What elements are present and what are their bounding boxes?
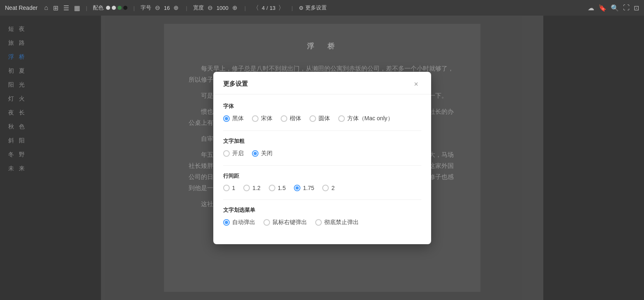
- total-pages: 13: [270, 5, 275, 11]
- page-next[interactable]: 〉: [277, 4, 286, 12]
- dot-3[interactable]: [118, 6, 122, 10]
- width-decrease[interactable]: ⊖: [206, 4, 214, 11]
- color-label: 配色: [93, 4, 104, 11]
- search-icon[interactable]: 🔍: [611, 4, 619, 12]
- font-size-value: 16: [164, 5, 170, 11]
- radio-item-bold-off[interactable]: 关闭: [252, 150, 272, 157]
- radio-circle-menu-never: [315, 219, 322, 226]
- width-group: 宽度 ⊖ 1000 ⊕: [193, 4, 239, 11]
- radio-label-fangti: 方体（Mac only）: [347, 115, 393, 122]
- radio-item-fangti[interactable]: 方体（Mac only）: [338, 115, 393, 122]
- dot-2[interactable]: [112, 6, 116, 10]
- radio-circle-bold-on: [223, 150, 230, 157]
- page-nav: 〈 4 / 13 〉: [252, 4, 286, 12]
- modal-header: 更多设置 ×: [213, 72, 431, 94]
- sep3: |: [186, 5, 187, 11]
- font-options-group: 黑体宋体楷体圆体方体（Mac only）: [223, 115, 421, 122]
- menu-icon[interactable]: ☰: [63, 4, 69, 12]
- current-page: 4: [262, 5, 265, 11]
- menu-options-group: 自动弹出鼠标右键弹出彻底禁止弹出: [223, 219, 421, 226]
- radio-circle-lh-15: [269, 185, 275, 191]
- modal-close-button[interactable]: ×: [411, 79, 421, 89]
- more-settings-label: 更多设置: [305, 4, 327, 11]
- font-size-label: 字号: [141, 4, 151, 11]
- width-label: 宽度: [193, 4, 204, 11]
- toolbar: Neat Reader ⌂ ⊞ ☰ ▦ | 配色 | 字号 ⊖ 16 ⊕ | 宽…: [0, 0, 644, 16]
- font-size-group: 字号 ⊖ 16 ⊕: [141, 4, 180, 11]
- radio-item-songti[interactable]: 宋体: [252, 115, 272, 122]
- radio-item-kaiti[interactable]: 楷体: [281, 115, 301, 122]
- radio-item-menu-never[interactable]: 彻底禁止弹出: [315, 219, 359, 226]
- radio-item-lh-175[interactable]: 1.75: [294, 185, 314, 191]
- sep4: |: [245, 5, 246, 11]
- radio-item-yuanti[interactable]: 圆体: [309, 115, 330, 122]
- layout-icon[interactable]: ⊞: [53, 4, 58, 12]
- radio-circle-bold-off: [252, 150, 259, 157]
- window-icon[interactable]: ⊡: [634, 4, 639, 12]
- radio-circle-yuanti: [309, 115, 316, 122]
- divider-2: [223, 165, 421, 166]
- app-title: Neat Reader: [5, 5, 37, 11]
- radio-label-heiti: 黑体: [232, 115, 244, 122]
- menu-section-label: 文字划选菜单: [223, 206, 421, 214]
- radio-label-menu-auto: 自动弹出: [232, 219, 255, 226]
- radio-label-bold-off: 关闭: [261, 150, 272, 157]
- radio-circle-songti: [252, 115, 259, 122]
- radio-circle-lh-1: [223, 185, 230, 191]
- line-height-options-group: 11.21.51.752: [223, 185, 421, 191]
- radio-item-bold-on[interactable]: 开启: [223, 150, 244, 157]
- dot-1[interactable]: [106, 6, 110, 10]
- radio-label-yuanti: 圆体: [319, 115, 330, 122]
- radio-circle-lh-12: [243, 185, 250, 191]
- radio-item-lh-12[interactable]: 1.2: [243, 185, 260, 191]
- radio-circle-menu-auto: [223, 219, 230, 226]
- sep5: |: [291, 5, 293, 11]
- sep2: |: [133, 5, 134, 11]
- sep1: |: [86, 5, 87, 11]
- font-size-increase[interactable]: ⊕: [172, 4, 180, 11]
- radio-label-kaiti: 楷体: [290, 115, 301, 122]
- radio-item-menu-right[interactable]: 鼠标右键弹出: [263, 219, 307, 226]
- dot-4[interactable]: [123, 6, 127, 10]
- page-sep: /: [266, 5, 268, 11]
- page-prev[interactable]: 〈: [252, 4, 260, 12]
- color-dots: [106, 6, 127, 10]
- radio-label-lh-12: 1.2: [252, 185, 260, 191]
- radio-label-menu-never: 彻底禁止弹出: [324, 219, 359, 226]
- cloud-icon[interactable]: ☁: [588, 4, 594, 12]
- color-group: 配色: [93, 4, 127, 11]
- radio-label-lh-1: 1: [232, 185, 235, 191]
- radio-label-menu-right: 鼠标右键弹出: [272, 219, 307, 226]
- radio-item-lh-1[interactable]: 1: [223, 185, 235, 191]
- settings-modal: 更多设置 × 字体 黑体宋体楷体圆体方体（Mac only） 文字加粗 开启关闭…: [213, 72, 431, 244]
- radio-label-lh-175: 1.75: [303, 185, 314, 191]
- divider-3: [223, 199, 421, 200]
- modal-overlay[interactable]: 更多设置 × 字体 黑体宋体楷体圆体方体（Mac only） 文字加粗 开启关闭…: [0, 16, 644, 300]
- home-icon[interactable]: ⌂: [44, 4, 48, 11]
- width-value: 1000: [217, 5, 229, 11]
- radio-item-heiti[interactable]: 黑体: [223, 115, 244, 122]
- radio-item-menu-auto[interactable]: 自动弹出: [223, 219, 255, 226]
- radio-label-lh-15: 1.5: [278, 185, 286, 191]
- radio-circle-kaiti: [281, 115, 287, 122]
- radio-label-songti: 宋体: [261, 115, 272, 122]
- bookmark-icon[interactable]: 🔖: [598, 4, 607, 12]
- fullscreen-icon[interactable]: ⛶: [623, 4, 630, 11]
- font-size-decrease[interactable]: ⊖: [154, 4, 162, 11]
- radio-circle-lh-175: [294, 185, 300, 191]
- more-settings-btn[interactable]: ⚙ 更多设置: [299, 4, 327, 11]
- gear-icon: ⚙: [299, 5, 304, 11]
- toolbar-right: ☁ 🔖 🔍 ⛶ ⊡: [588, 4, 639, 12]
- line-height-section-label: 行间距: [223, 172, 421, 180]
- radio-item-lh-2[interactable]: 2: [322, 185, 335, 191]
- radio-label-lh-2: 2: [331, 185, 335, 191]
- bold-options-group: 开启关闭: [223, 150, 421, 157]
- radio-circle-menu-right: [263, 219, 270, 226]
- radio-circle-fangti: [338, 115, 345, 122]
- modal-body: 字体 黑体宋体楷体圆体方体（Mac only） 文字加粗 开启关闭 行间距 11…: [213, 94, 431, 244]
- width-increase[interactable]: ⊕: [231, 4, 239, 11]
- modal-title: 更多设置: [223, 80, 248, 88]
- grid-icon[interactable]: ▦: [74, 4, 80, 12]
- radio-item-lh-15[interactable]: 1.5: [269, 185, 286, 191]
- radio-circle-lh-2: [322, 185, 329, 191]
